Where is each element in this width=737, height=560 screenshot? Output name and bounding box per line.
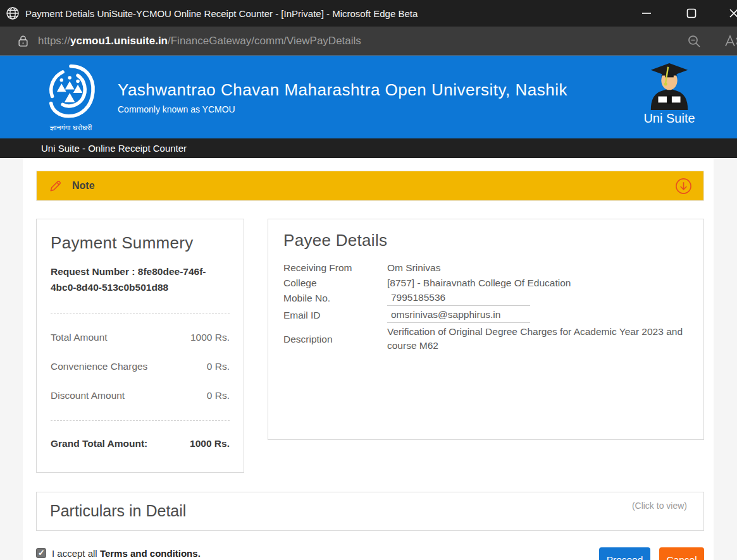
accept-text: I accept all bbox=[52, 548, 97, 559]
navbar: Uni Suite - Online Receipt Counter bbox=[0, 138, 737, 158]
expand-note-icon[interactable] bbox=[675, 178, 692, 195]
note-bar[interactable]: Note bbox=[36, 171, 704, 201]
content-container: Note Payment Summery Request Number : 8f… bbox=[23, 158, 714, 560]
url-text[interactable]: https://ycmou1.unisuite.in/FinanceGatewa… bbox=[38, 35, 361, 47]
close-button[interactable] bbox=[722, 0, 737, 27]
grand-total-label: Grand Total Amount: bbox=[51, 438, 147, 449]
summary-row: Convenience Charges 0 Rs. bbox=[51, 361, 230, 372]
request-number: Request Number : 8fe80dee-746f-4bc0-8d40… bbox=[51, 264, 230, 296]
logo-caption: ज्ञानगंगा घरोघरी bbox=[39, 123, 102, 132]
page-body: Note Payment Summery Request Number : 8f… bbox=[0, 158, 737, 560]
summary-row-value: 0 Rs. bbox=[207, 361, 230, 372]
brand-name: Uni Suite bbox=[635, 111, 704, 126]
maximize-button[interactable] bbox=[679, 0, 703, 27]
university-logo: ज्ञानगंगा घरोघरी bbox=[39, 63, 102, 132]
cancel-button[interactable]: Cancel bbox=[659, 547, 704, 560]
field-label-college: College bbox=[283, 276, 387, 290]
field-value-college: [8757] - Bhairavnath College Of Educatio… bbox=[387, 276, 688, 290]
summary-row-value: 0 Rs. bbox=[207, 390, 230, 401]
email-input[interactable]: omsrinivas@sapphirus.in bbox=[387, 308, 530, 323]
browser-titlebar: Payment Detials UniSuite-YCMOU Online Re… bbox=[0, 0, 737, 27]
address-bar[interactable]: https://ycmou1.unisuite.in/FinanceGatewa… bbox=[0, 27, 737, 56]
navbar-title: Uni Suite - Online Receipt Counter bbox=[41, 143, 187, 154]
site-header: ज्ञानगंगा घरोघरी Yashwantrao Chavan Maha… bbox=[0, 56, 737, 138]
field-label-mobile: Mobile No. bbox=[283, 291, 387, 307]
field-value-receiving-from: Om Srinivas bbox=[387, 260, 688, 275]
unisuite-brand: Uni Suite bbox=[635, 62, 704, 126]
university-tagline: Commonly known as YCMOU bbox=[118, 104, 567, 114]
field-label-receiving-from: Receiving From bbox=[283, 260, 387, 275]
terms-checkbox[interactable] bbox=[36, 548, 46, 558]
field-label-description: Description bbox=[283, 332, 387, 346]
mobile-input[interactable]: 7995185536 bbox=[387, 291, 530, 306]
summary-row-label: Convenience Charges bbox=[51, 361, 147, 372]
lock-icon[interactable] bbox=[17, 34, 29, 48]
payee-details-title: Payee Details bbox=[283, 231, 688, 250]
payment-summary-title: Payment Summery bbox=[51, 233, 230, 253]
payee-details-panel: Payee Details Receiving From Om Srinivas… bbox=[268, 219, 704, 440]
terms-link[interactable]: Terms and conditions. bbox=[100, 548, 201, 559]
summary-row-value: 1000 Rs. bbox=[190, 332, 230, 343]
field-label-email: Email ID bbox=[283, 308, 387, 324]
summary-row: Discount Amount 0 Rs. bbox=[51, 390, 230, 401]
particulars-panel[interactable]: Particulars in Detail (Click to view) bbox=[36, 492, 704, 531]
summary-row: Total Amount 1000 Rs. bbox=[51, 332, 230, 343]
payment-summary-panel: Payment Summery Request Number : 8fe80de… bbox=[36, 219, 244, 473]
field-value-description: Verification of Original Degree Charges … bbox=[387, 325, 684, 353]
dashed-divider bbox=[51, 313, 230, 314]
grand-total-row: Grand Total Amount: 1000 Rs. bbox=[51, 438, 230, 449]
graduate-icon bbox=[645, 62, 694, 110]
url-scheme: https:// bbox=[38, 35, 70, 47]
particulars-title: Particulars in Detail bbox=[50, 502, 186, 520]
note-label: Note bbox=[72, 180, 95, 192]
summary-row-label: Discount Amount bbox=[51, 390, 125, 401]
zoom-out-icon[interactable] bbox=[686, 33, 702, 51]
url-path: /FinanceGateway/comm/ViewPayDetails bbox=[168, 35, 361, 47]
proceed-button[interactable]: Proceed bbox=[599, 547, 650, 560]
particulars-hint[interactable]: (Click to view) bbox=[632, 501, 687, 511]
minimize-button[interactable] bbox=[635, 0, 659, 27]
accept-terms-label: I accept all Terms and conditions. bbox=[52, 547, 201, 559]
window-title: Payment Detials UniSuite-YCMOU Online Re… bbox=[25, 8, 418, 19]
grand-total-value: 1000 Rs. bbox=[190, 438, 230, 449]
globe-icon bbox=[5, 6, 20, 21]
pencil-icon bbox=[48, 179, 63, 193]
university-name: Yashwantrao Chavan Maharashtra Open Univ… bbox=[118, 80, 567, 100]
url-domain: ycmou1.unisuite.in bbox=[70, 35, 168, 47]
dashed-divider bbox=[51, 420, 230, 421]
summary-row-label: Total Amount bbox=[51, 332, 108, 343]
read-aloud-icon[interactable] bbox=[724, 33, 737, 51]
